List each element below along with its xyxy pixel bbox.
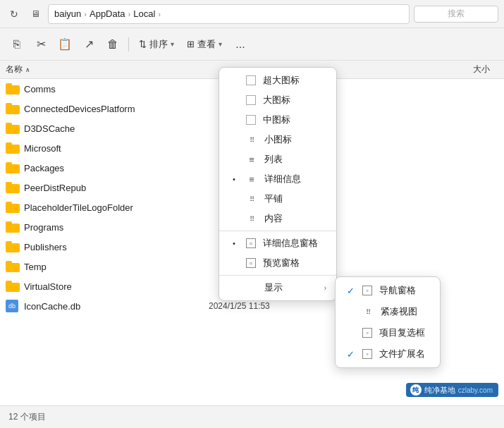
details-icon: ≡ (246, 173, 257, 185)
file-name: D3DSCache (24, 123, 209, 134)
separator-1 (128, 37, 129, 51)
share-button[interactable]: ↗ (78, 33, 100, 56)
menu-divider-1 (219, 231, 336, 231)
show-label: 显示 (264, 281, 317, 294)
more-label: ... (235, 38, 245, 51)
folder-icon (6, 281, 20, 292)
folder-icon (6, 103, 20, 114)
show-arrow-icon: › (324, 284, 326, 292)
menu-item-preview-pane[interactable]: ▫ 预览窗格 (219, 253, 336, 273)
file-icon: db (6, 300, 18, 312)
menu-item-details-pane[interactable]: • ▫ 详细信息窗格 (219, 233, 336, 253)
view-icon: ⊞ (187, 39, 195, 49)
details-pane-label: 详细信息窗格 (263, 237, 326, 250)
copy-button[interactable]: ⎘ (6, 33, 28, 56)
extra-large-label: 超大图标 (263, 74, 326, 87)
file-name: Publishers (24, 242, 209, 252)
toolbar: ⎘ ✂ 📋 ↗ 🗑 ⇅ 排序 ▾ ⊞ 查看 ▾ ... (0, 28, 504, 61)
delete-button[interactable]: 🗑 (102, 33, 124, 56)
folder-icon (6, 123, 20, 134)
file-name: VirtualStore (24, 281, 209, 292)
nav-pane-icon: ▫ (362, 286, 372, 295)
watermark-logo: 纯 (410, 384, 422, 396)
sub-menu-item-file-extension[interactable]: ✓ ▫ 文件扩展名 (336, 343, 440, 365)
details-label: 详细信息 (264, 173, 326, 185)
menu-divider-2 (219, 275, 336, 276)
large-label: 大图标 (263, 94, 326, 106)
view-chevron: ▾ (219, 40, 222, 48)
menu-item-medium-icon[interactable]: 中图标 (219, 110, 336, 130)
window-icon[interactable]: 🖥 (27, 6, 44, 23)
bullet-details-pane: • (229, 240, 239, 247)
medium-icon-icon (246, 115, 256, 125)
watermark: 纯 纯净基地 czlaby.com (406, 383, 498, 397)
sort-icon: ⇅ (139, 39, 147, 49)
sort-label: 排序 (149, 38, 168, 51)
item-checkbox-icon: ▫ (362, 328, 372, 338)
folder-icon (6, 182, 20, 193)
compact-view-label: 紧凑视图 (381, 305, 417, 318)
menu-item-tiles[interactable]: ⠿ 平铺 (219, 189, 336, 209)
file-name: Temp (24, 262, 209, 272)
breadcrumb-sep-1: › (84, 10, 87, 18)
refresh-button[interactable]: ↻ (6, 6, 23, 23)
context-menu: 超大图标 大图标 中图标 ⠿ 小图标 ≡ 列表 • ≡ 详细信息 ⠿ 平铺 ⠿ … (219, 67, 337, 301)
status-text: 12 个项目 (8, 411, 46, 423)
preview-pane-label: 预览窗格 (263, 257, 326, 269)
breadcrumb-sep-2: › (128, 10, 131, 18)
nav-pane-label: 导航窗格 (379, 284, 416, 297)
breadcrumb[interactable]: baiyun › AppData › Local › (48, 4, 410, 24)
preview-pane-icon: ▫ (246, 258, 256, 268)
file-name: PeerDistRepub (24, 183, 209, 193)
show-icon (246, 282, 257, 293)
tiles-icon: ⠿ (246, 193, 257, 204)
breadcrumb-appdata[interactable]: AppData (90, 8, 125, 19)
folder-icon (6, 142, 20, 154)
menu-item-show[interactable]: 显示 › ✓ ▫ 导航窗格 ⠿ 紧凑视图 ▫ 项目复选框 ✓ ▫ 文件扩展名 (219, 278, 336, 298)
watermark-text: 纯净基地 (424, 385, 455, 396)
extra-large-icon (246, 75, 256, 85)
sub-menu: ✓ ▫ 导航窗格 ⠿ 紧凑视图 ▫ 项目复选框 ✓ ▫ 文件扩展名 (335, 276, 441, 368)
content-label: 内容 (264, 212, 326, 225)
cut-button[interactable]: ✂ (30, 33, 52, 56)
file-extension-icon: ▫ (362, 349, 372, 359)
sub-menu-item-compact-view[interactable]: ⠿ 紧凑视图 (336, 301, 440, 322)
col-size-header[interactable]: 大小 (442, 63, 498, 75)
folder-icon (6, 221, 20, 233)
menu-item-list[interactable]: ≡ 列表 (219, 149, 336, 169)
watermark-url: czlaby.com (458, 386, 493, 394)
breadcrumb-sep-3: › (158, 10, 161, 18)
menu-item-small-icon[interactable]: ⠿ 小图标 (219, 130, 336, 149)
sub-menu-item-item-checkbox[interactable]: ▫ 项目复选框 (336, 322, 440, 343)
file-extension-label: 文件扩展名 (379, 348, 425, 360)
bullet-details: • (229, 176, 239, 183)
small-label: 小图标 (264, 133, 326, 146)
breadcrumb-local[interactable]: Local (133, 8, 155, 19)
file-name: Comms (24, 84, 209, 94)
large-icon-icon (246, 95, 256, 105)
file-name: Programs (24, 222, 209, 233)
sub-menu-item-nav-pane[interactable]: ✓ ▫ 导航窗格 (336, 280, 440, 301)
file-name: IconCache.db (24, 301, 209, 312)
more-button[interactable]: ... (229, 33, 252, 56)
sort-button[interactable]: ⇅ 排序 ▾ (133, 33, 180, 56)
details-pane-icon: ▫ (246, 238, 256, 248)
search-input-area[interactable]: 搜索 (414, 6, 498, 23)
view-label: 查看 (197, 38, 216, 51)
folder-icon (6, 261, 20, 272)
paste-button[interactable]: 📋 (54, 33, 76, 56)
folder-icon (6, 83, 20, 94)
menu-item-content[interactable]: ⠿ 内容 (219, 209, 336, 228)
menu-item-large-icon[interactable]: 大图标 (219, 90, 336, 110)
view-button[interactable]: ⊞ 查看 ▾ (181, 33, 228, 56)
col-name-header[interactable]: 名称 ∧ (6, 63, 210, 75)
sort-chevron: ▾ (171, 40, 174, 48)
title-bar: ↻ 🖥 baiyun › AppData › Local › 搜索 (0, 0, 504, 28)
menu-item-details[interactable]: • ≡ 详细信息 (219, 169, 336, 189)
file-name: Packages (24, 163, 209, 173)
breadcrumb-baiyun[interactable]: baiyun (54, 8, 81, 19)
menu-item-extra-large-icon[interactable]: 超大图标 (219, 71, 336, 90)
list-icon: ≡ (246, 154, 257, 165)
file-name: Microsoft (24, 143, 209, 154)
folder-icon (6, 162, 20, 173)
